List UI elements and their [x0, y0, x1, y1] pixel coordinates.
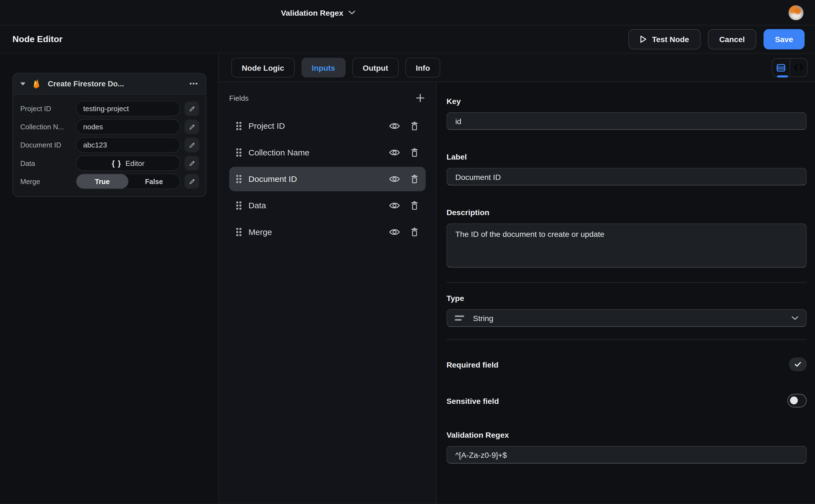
description-input[interactable]: The ID of the document to create or upda…: [447, 223, 807, 268]
param-label: Collection N...: [20, 123, 76, 131]
visibility-button[interactable]: [389, 228, 400, 236]
field-row-merge[interactable]: Merge: [229, 220, 426, 244]
param-row: Document ID abc123: [20, 137, 199, 153]
field-row-collection-name[interactable]: Collection Name: [229, 140, 426, 165]
merge-true-option[interactable]: True: [76, 174, 128, 189]
pencil-icon: [188, 178, 195, 185]
edit-button[interactable]: [185, 101, 199, 116]
chevron-down-icon: [349, 10, 355, 15]
trash-icon: [410, 174, 419, 184]
save-button[interactable]: Save: [764, 29, 805, 50]
top-nav: Validation Regex: [0, 0, 815, 26]
test-node-button[interactable]: Test Node: [628, 29, 700, 50]
drag-handle-icon[interactable]: [236, 175, 242, 183]
required-checkbox[interactable]: [789, 358, 807, 371]
node-card[interactable]: Create Firestore Do... ⋯ Project ID test…: [12, 73, 206, 197]
eye-icon: [389, 122, 400, 130]
trash-icon: [410, 201, 419, 210]
validation-regex-input[interactable]: [447, 446, 807, 464]
merge-false-option[interactable]: False: [128, 174, 180, 189]
delete-field-button[interactable]: [410, 147, 419, 157]
trash-icon: [410, 121, 419, 131]
param-value-project-id[interactable]: testing-project: [76, 101, 180, 116]
drag-handle-icon[interactable]: [236, 122, 242, 130]
edit-button[interactable]: [185, 156, 199, 171]
key-input[interactable]: [447, 112, 807, 130]
workflow-selector[interactable]: Validation Regex: [281, 0, 355, 25]
visibility-button[interactable]: [389, 148, 400, 157]
tab-strip: Node Logic Inputs Output Info: [219, 54, 815, 82]
param-value-document-id[interactable]: abc123: [76, 137, 180, 153]
description-label: Description: [447, 208, 807, 217]
pencil-icon: [188, 124, 195, 130]
visibility-button[interactable]: [389, 201, 400, 210]
form-view-button[interactable]: [772, 59, 790, 76]
tab-inputs[interactable]: Inputs: [301, 58, 346, 78]
tab-info[interactable]: Info: [405, 58, 441, 78]
string-type-icon: [455, 316, 464, 321]
delete-field-button[interactable]: [410, 121, 419, 131]
visibility-button[interactable]: [389, 175, 400, 183]
add-field-button[interactable]: [416, 94, 425, 102]
sensitive-toggle[interactable]: [787, 394, 807, 407]
param-label: Data: [20, 159, 76, 167]
field-row-document-id[interactable]: Document ID: [229, 167, 426, 191]
trash-icon: [410, 147, 419, 157]
key-label: Key: [447, 97, 807, 105]
field-row-data[interactable]: Data: [229, 193, 426, 218]
cancel-button[interactable]: Cancel: [708, 29, 756, 50]
check-icon: [795, 362, 801, 367]
type-select[interactable]: String: [447, 309, 807, 327]
fields-title: Fields: [229, 94, 249, 102]
node-menu-button[interactable]: ⋯: [189, 79, 199, 88]
sensitive-field-label: Sensitive field: [447, 396, 499, 405]
view-mode-toggle: [772, 58, 808, 77]
code-view-button[interactable]: [790, 59, 807, 76]
workflow-title: Validation Regex: [281, 8, 343, 17]
visibility-button[interactable]: [389, 122, 400, 130]
avatar[interactable]: [789, 5, 804, 20]
delete-field-button[interactable]: [410, 174, 419, 184]
edit-button[interactable]: [185, 138, 199, 152]
drag-handle-icon[interactable]: [236, 201, 242, 210]
param-row: Data { } Editor: [20, 155, 199, 171]
collapse-caret-icon[interactable]: [20, 82, 26, 86]
label-input[interactable]: [447, 168, 807, 185]
param-row: Collection N... nodes: [20, 119, 199, 135]
field-row-project-id[interactable]: Project ID: [229, 114, 426, 138]
code-view-icon: [794, 64, 803, 71]
pencil-icon: [188, 105, 195, 112]
app-window: Validation Regex Node Editor Test Node C…: [0, 0, 815, 504]
section-divider: [447, 339, 807, 340]
param-label: Merge: [20, 177, 76, 185]
type-label: Type: [447, 294, 807, 302]
param-row: Project ID testing-project: [20, 101, 199, 116]
editor-header: Node Editor Test Node Cancel Save: [0, 26, 815, 54]
edit-button[interactable]: [185, 119, 199, 134]
validation-regex-label: Validation Regex: [447, 430, 807, 439]
drag-handle-icon[interactable]: [236, 148, 242, 157]
edit-button[interactable]: [185, 174, 199, 189]
toggle-knob: [790, 396, 798, 404]
field-detail-panel: Key Label Description The ID of the docu…: [437, 82, 815, 503]
active-view-indicator: [777, 75, 788, 78]
delete-field-button[interactable]: [410, 227, 419, 237]
chevron-down-icon: [792, 316, 798, 320]
drag-handle-icon[interactable]: [236, 228, 242, 236]
param-value-collection-name[interactable]: nodes: [76, 119, 180, 135]
tabs: Node Logic Inputs Output Info: [231, 58, 441, 78]
param-row: Merge True False: [20, 174, 199, 189]
data-editor-button[interactable]: { } Editor: [76, 155, 180, 171]
firebase-icon: [32, 78, 42, 89]
eye-icon: [389, 201, 400, 210]
trash-icon: [410, 227, 419, 237]
tab-node-logic[interactable]: Node Logic: [231, 58, 295, 78]
tab-output[interactable]: Output: [352, 58, 398, 78]
param-label: Project ID: [20, 105, 76, 113]
delete-field-button[interactable]: [410, 201, 419, 210]
required-field-label: Required field: [447, 360, 499, 369]
form-view-icon: [776, 64, 785, 71]
eye-icon: [389, 175, 400, 183]
page-title: Node Editor: [12, 34, 62, 45]
merge-toggle: True False: [76, 174, 180, 189]
